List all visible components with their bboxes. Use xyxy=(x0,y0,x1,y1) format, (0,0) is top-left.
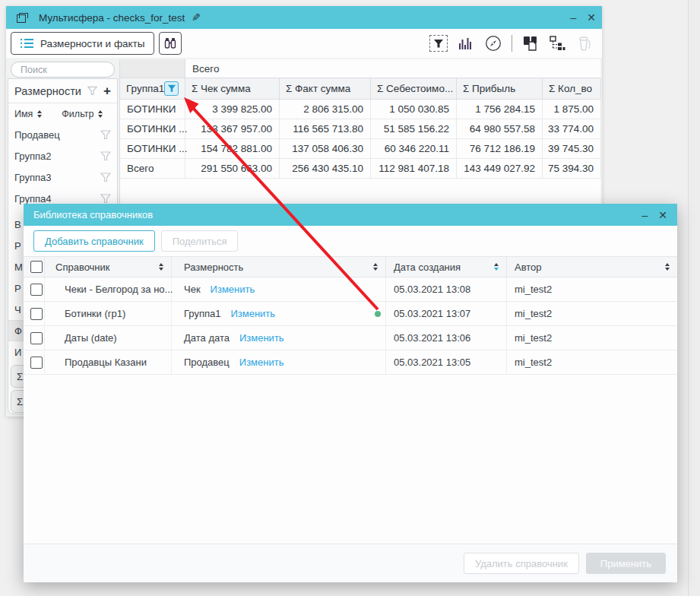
dialog-minimize-button[interactable]: – xyxy=(641,210,648,220)
pivot-col-header[interactable]: Σ Себестоимо... xyxy=(371,78,457,99)
sort-created-icon[interactable] xyxy=(494,263,499,271)
pivot-cell[interactable]: 1 875.00 xyxy=(543,100,601,119)
pivot-col-header[interactable]: Σ Кол_во xyxy=(543,78,601,99)
pivot-row-total: Всего 291 550 663.00 256 430 435.10 112 … xyxy=(120,159,600,179)
pivot-cell[interactable]: 2 806 315.00 xyxy=(280,100,371,119)
edit-link[interactable]: Изменить xyxy=(239,357,284,368)
filter-funnel-icon[interactable] xyxy=(87,86,97,96)
main-toolbar: Размерности и факты xyxy=(6,29,602,58)
pivot-cell[interactable]: 143 449 027.92 xyxy=(457,159,543,178)
pivot-cell[interactable]: 112 981 407.18 xyxy=(371,159,457,178)
pivot-cell[interactable]: 1 050 030.85 xyxy=(371,100,457,119)
dialog-table-header: Справочник Размерность Дата создания Авт… xyxy=(24,256,677,277)
pivot-total-row: Всего xyxy=(120,59,600,78)
pivot-cell[interactable]: 76 712 186.19 xyxy=(457,139,543,158)
delete-reference-button: Удалить справочник xyxy=(464,553,579,574)
pivot-cell[interactable]: 3 399 825.00 xyxy=(185,100,280,119)
pivot-cell[interactable]: 60 346 220.11 xyxy=(371,139,457,158)
pivot-cell[interactable]: 133 367 957.00 xyxy=(185,119,280,138)
dimensions-facts-button[interactable]: Размерности и факты xyxy=(11,32,154,55)
main-titlebar: Мультисфера - checks_for_test ✎ – ✕ xyxy=(6,6,602,29)
sort-reference-icon[interactable] xyxy=(159,263,163,271)
pivot-cell[interactable]: 75 394.30 xyxy=(543,159,601,178)
hierarchy-icon[interactable] xyxy=(549,34,567,52)
row-filter-funnel-icon[interactable] xyxy=(100,173,111,182)
histogram-icon[interactable] xyxy=(457,34,475,52)
active-reference-dot xyxy=(375,311,381,317)
sidebar-item-dimension[interactable]: Продавец xyxy=(8,124,117,145)
close-button[interactable]: ✕ xyxy=(587,12,596,23)
pivot-col-header[interactable]: Σ Прибыль xyxy=(457,78,543,99)
pivot-row-name[interactable]: БОТИНКИ ... xyxy=(120,139,185,158)
pivot-cell[interactable]: 39 745.30 xyxy=(543,139,601,158)
col-header-author[interactable]: Автор xyxy=(507,257,677,277)
minimize-button[interactable]: – xyxy=(570,12,576,23)
row-filter-funnel-icon[interactable] xyxy=(100,151,111,161)
select-all-checkbox[interactable] xyxy=(30,261,43,273)
pivot-row-name[interactable]: БОТИНКИ xyxy=(120,100,185,119)
add-dimension-icon[interactable]: + xyxy=(103,84,111,99)
sidebar-item-dimension[interactable]: Группа2 xyxy=(8,145,117,166)
reference-dimension: Продавец xyxy=(184,357,230,368)
sort-name-icon[interactable] xyxy=(37,110,42,118)
dialog-title: Библиотека справочников xyxy=(33,209,153,220)
col-header-created[interactable]: Дата создания xyxy=(386,257,507,277)
scrollbar-track[interactable] xyxy=(688,0,700,596)
pivot-cell[interactable]: 1 756 284.15 xyxy=(457,100,543,119)
rename-pencil-icon[interactable]: ✎ xyxy=(192,11,201,24)
pivot-row-name[interactable]: Всего xyxy=(120,159,185,178)
row-checkbox[interactable] xyxy=(30,284,43,296)
reference-name[interactable]: Чеки - Белгород за но... xyxy=(45,277,172,301)
app-window-icon xyxy=(17,13,28,23)
pivot-cell[interactable]: 51 585 156.22 xyxy=(371,119,457,138)
search-input[interactable] xyxy=(11,62,115,78)
pivot-cell[interactable]: 154 782 881.00 xyxy=(185,139,280,158)
group1-filter-button[interactable] xyxy=(164,81,179,96)
pivot-row-name[interactable]: БОТИНКИ ... xyxy=(120,119,185,138)
pivot-cell[interactable]: 137 058 406.30 xyxy=(280,139,371,158)
pivot-col-header[interactable]: Σ Факт сумма xyxy=(280,78,371,99)
reference-name[interactable]: Ботинки (гр1) xyxy=(45,302,172,325)
sort-filter-icon[interactable] xyxy=(98,110,103,118)
reference-name[interactable]: Продавцы Казани xyxy=(45,350,172,374)
reference-name[interactable]: Даты (date) xyxy=(45,326,172,350)
pivot-cell[interactable]: 33 774.00 xyxy=(543,119,601,138)
reference-author: mi_test2 xyxy=(507,277,677,301)
sidebar-item-dimension[interactable]: Группа3 xyxy=(8,166,117,188)
apply-button: Применить xyxy=(586,553,666,574)
add-reference-button[interactable]: Добавить справочник xyxy=(33,230,155,252)
pivot-cell[interactable]: 64 980 557.58 xyxy=(457,119,543,138)
pivot-cell[interactable]: 291 550 663.00 xyxy=(185,159,280,178)
reference-dimension: Дата дата xyxy=(184,332,230,344)
dialog-close-button[interactable]: ✕ xyxy=(658,210,667,220)
sort-author-icon[interactable] xyxy=(665,263,670,271)
reference-dimension: Чек xyxy=(184,284,201,295)
sort-dimension-icon[interactable] xyxy=(373,263,378,271)
reference-author: mi_test2 xyxy=(507,326,677,350)
select-all-cell[interactable] xyxy=(24,257,45,277)
row-filter-funnel-icon[interactable] xyxy=(100,194,111,204)
col-header-reference[interactable]: Справочник xyxy=(45,257,172,277)
row-checkbox[interactable] xyxy=(30,332,43,344)
pivot-col-header[interactable]: Σ Чек сумма xyxy=(185,78,280,99)
pivot-col-header-group1[interactable]: Группа1 xyxy=(120,78,185,99)
compass-icon[interactable] xyxy=(484,34,502,52)
col-header-dimension[interactable]: Размерность xyxy=(172,257,386,277)
pivot-row: БОТИНКИ ... 133 367 957.00 116 565 713.8… xyxy=(120,119,600,139)
binoculars-button[interactable] xyxy=(159,32,182,55)
reference-author: mi_test2 xyxy=(507,350,677,374)
row-filter-funnel-icon[interactable] xyxy=(100,130,111,140)
reference-row: Даты (date) Дата дата Изменить 05.03.202… xyxy=(24,326,677,350)
edit-link[interactable]: Изменить xyxy=(230,308,275,319)
dialog-footer: Удалить справочник Применить xyxy=(24,544,677,582)
pivot-cell[interactable]: 116 565 713.80 xyxy=(280,119,371,138)
pivot-cell[interactable]: 256 430 435.10 xyxy=(280,159,371,178)
reference-created: 05.03.2021 13:08 xyxy=(386,277,507,301)
reference-dimension: Группа1 xyxy=(184,308,220,319)
copy-documents-icon[interactable] xyxy=(521,34,540,52)
filter-selection-icon[interactable] xyxy=(429,35,448,52)
edit-link[interactable]: Изменить xyxy=(239,332,284,344)
row-checkbox[interactable] xyxy=(30,357,43,369)
edit-link[interactable]: Изменить xyxy=(211,284,255,295)
row-checkbox[interactable] xyxy=(30,308,43,320)
